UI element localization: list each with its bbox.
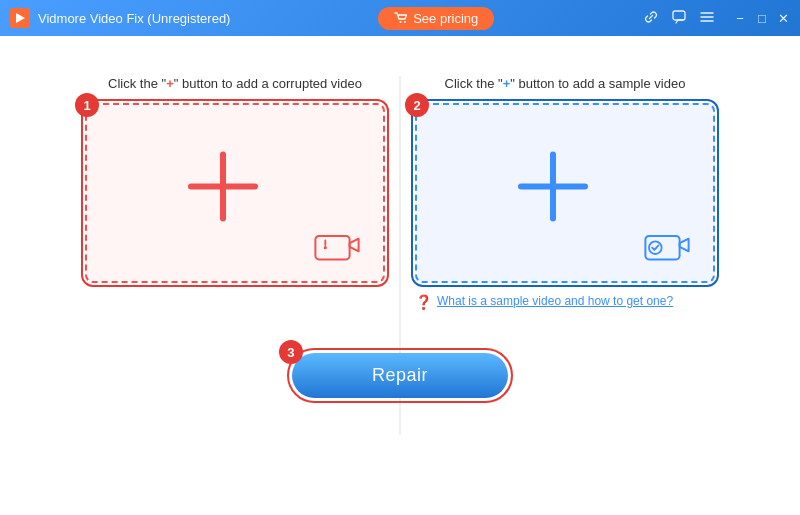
repair-button[interactable]: Repair [292, 353, 508, 398]
titlebar: Vidmore Video Fix (Unregistered) See pri… [0, 0, 800, 36]
titlebar-icons: − □ ✕ [642, 8, 792, 29]
sample-link-row: ❓ What is a sample video and how to get … [415, 293, 673, 310]
plus-icon-red [183, 147, 263, 227]
app-title: Vidmore Video Fix (Unregistered) [38, 11, 230, 26]
sample-video-upload-panel[interactable]: 2 [415, 103, 715, 283]
bottom-section: 3 Repair [289, 350, 511, 401]
badge-2: 2 [405, 93, 429, 117]
panel2-wrapper: Click the "+" button to add a sample vid… [415, 76, 715, 310]
panel1-plus-text: + [166, 76, 174, 91]
main-content: Click the "+" button to add a corrupted … [0, 36, 800, 515]
panels-row: Click the "+" button to add a corrupted … [40, 76, 760, 310]
close-button[interactable]: ✕ [776, 10, 792, 26]
svg-point-3 [404, 21, 406, 23]
panel2-instruction: Click the "+" button to add a sample vid… [415, 76, 715, 91]
svg-rect-4 [673, 11, 685, 20]
camera-icon-blue [643, 227, 691, 263]
see-pricing-button[interactable]: See pricing [378, 7, 494, 30]
corrupted-video-upload-panel[interactable]: 1 [85, 103, 385, 283]
panel1-wrapper: Click the "+" button to add a corrupted … [85, 76, 385, 310]
question-icon: ❓ [415, 294, 432, 310]
maximize-button[interactable]: □ [754, 10, 770, 26]
chat-icon[interactable] [670, 8, 688, 29]
camera-icon-red [313, 227, 361, 263]
svg-rect-10 [315, 236, 349, 259]
svg-point-2 [400, 21, 402, 23]
link-icon[interactable] [642, 8, 660, 29]
cart-icon [394, 12, 408, 24]
window-controls: − □ ✕ [732, 10, 792, 26]
titlebar-center: See pricing [378, 7, 494, 30]
svg-marker-17 [680, 239, 689, 252]
sample-video-link[interactable]: What is a sample video and how to get on… [437, 293, 673, 310]
badge-3: 3 [279, 340, 303, 364]
see-pricing-label: See pricing [413, 11, 478, 26]
panel1-instruction: Click the "+" button to add a corrupted … [85, 76, 385, 91]
menu-icon[interactable] [698, 8, 716, 28]
app-logo [10, 8, 30, 28]
plus-icon-blue [513, 147, 593, 227]
badge-1: 1 [75, 93, 99, 117]
repair-btn-wrapper: 3 Repair [289, 350, 511, 401]
svg-point-12 [324, 246, 327, 249]
svg-marker-11 [350, 239, 359, 252]
titlebar-left: Vidmore Video Fix (Unregistered) [10, 8, 230, 28]
minimize-button[interactable]: − [732, 10, 748, 26]
panel2-plus-text: + [503, 76, 511, 91]
